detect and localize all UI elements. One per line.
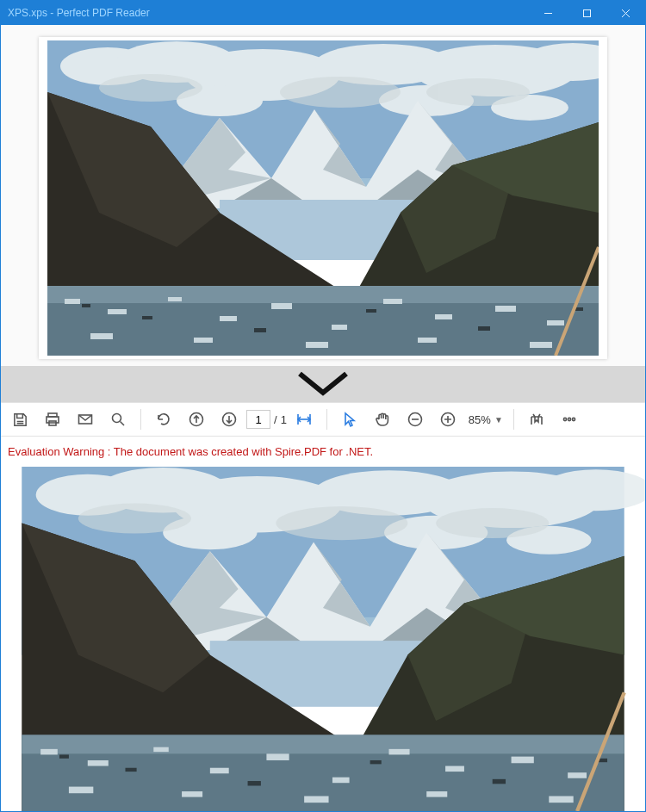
svg-rect-40	[584, 9, 591, 16]
toolbar-separator	[326, 409, 327, 430]
caret-down-icon: ▼	[494, 415, 503, 425]
page-up-button[interactable]	[181, 404, 212, 435]
titlebar[interactable]: XPS.xps - Perfect PDF Reader	[1, 1, 645, 25]
svg-point-45	[113, 414, 121, 423]
bookmark-button[interactable]	[521, 404, 552, 435]
page-down-button[interactable]	[214, 404, 245, 435]
toolbar-separator	[513, 409, 514, 430]
zoom-out-button[interactable]	[400, 404, 431, 435]
svg-point-50	[563, 418, 566, 420]
close-button[interactable]	[606, 1, 645, 25]
email-button[interactable]	[70, 404, 101, 435]
fit-width-button[interactable]	[289, 404, 320, 435]
svg-point-52	[572, 418, 575, 420]
toolbar: / 1 85% ▼	[1, 402, 645, 437]
chevron-down-icon	[295, 369, 351, 400]
minimize-button[interactable]	[529, 1, 568, 25]
find-button[interactable]	[102, 404, 134, 435]
upper-page	[39, 37, 607, 359]
svg-rect-42	[47, 417, 59, 423]
zoom-dropdown[interactable]: 85% ▼	[465, 413, 506, 426]
save-button[interactable]	[4, 404, 35, 435]
lower-page-image	[1, 467, 645, 811]
more-button[interactable]	[554, 404, 585, 435]
undo-button[interactable]	[148, 404, 179, 435]
page-separator: /	[274, 413, 277, 426]
upper-page-image	[47, 40, 599, 356]
toolbar-separator	[140, 409, 141, 430]
svg-point-51	[568, 418, 570, 420]
zoom-in-button[interactable]	[432, 404, 463, 435]
select-tool-button[interactable]	[334, 404, 365, 435]
lower-document-viewport[interactable]: Evaluation Warning : The document was cr…	[1, 437, 645, 811]
app-window: XPS.xps - Perfect PDF Reader	[0, 0, 646, 812]
lower-page	[1, 467, 645, 811]
page-total: 1	[281, 413, 287, 426]
print-button[interactable]	[37, 404, 68, 435]
compare-splitter	[1, 366, 645, 402]
zoom-value: 85%	[469, 413, 491, 426]
window-title: XPS.xps - Perfect PDF Reader	[8, 7, 529, 19]
evaluation-warning: Evaluation Warning : The document was cr…	[1, 437, 645, 467]
maximize-button[interactable]	[568, 1, 606, 25]
page-indicator: / 1	[246, 410, 287, 429]
upper-document-viewport[interactable]	[1, 25, 645, 366]
page-number-input[interactable]	[246, 410, 270, 429]
hand-tool-button[interactable]	[367, 404, 398, 435]
